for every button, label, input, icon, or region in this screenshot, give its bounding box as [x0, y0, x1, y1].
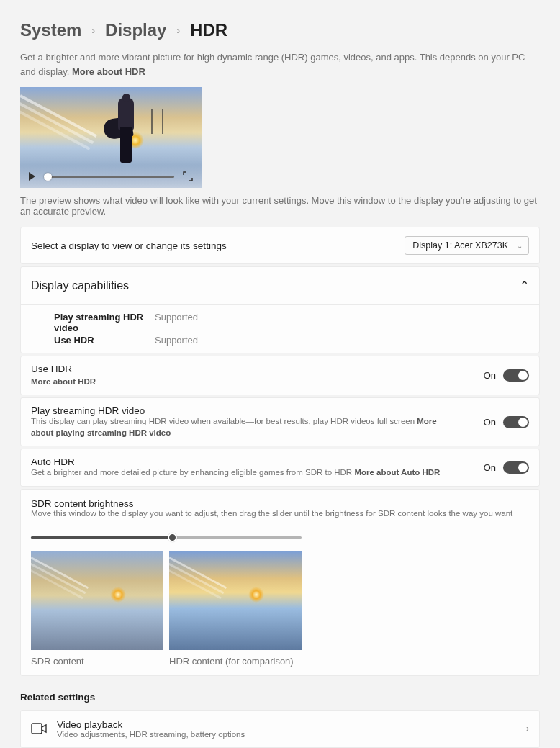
video-seek-slider[interactable] — [44, 176, 174, 178]
sdr-brightness-slider[interactable] — [31, 532, 302, 542]
fullscreen-icon[interactable] — [183, 171, 193, 181]
hdr-label: HDR content (for comparison) — [169, 656, 302, 667]
breadcrumb: System › Display › HDR — [20, 20, 540, 40]
display-capabilities-expander[interactable]: Display capabilities ⌃ — [21, 267, 539, 305]
breadcrumb-current: HDR — [190, 20, 227, 40]
auto-hdr-toggle[interactable] — [503, 461, 529, 474]
sdr-brightness-sub: Move this window to the display you want… — [31, 509, 529, 518]
use-hdr-row: Use HDR More about HDR On — [21, 356, 539, 395]
sdr-hdr-comparison: SDR content HDR content (for comparison) — [21, 551, 539, 675]
select-display-label: Select a display to view or change its s… — [31, 240, 227, 251]
chevron-right-icon: › — [526, 724, 529, 734]
use-hdr-state: On — [484, 370, 496, 381]
sdr-brightness-title: SDR content brightness — [31, 498, 529, 509]
chevron-right-icon: › — [176, 24, 180, 36]
page-description: Get a brighter and more vibrant picture … — [20, 50, 540, 78]
auto-hdr-title: Auto HDR — [31, 456, 440, 467]
video-icon — [31, 722, 47, 735]
video-playback-link[interactable]: Video playback Video adjustments, HDR st… — [20, 710, 540, 748]
sdr-label: SDR content — [31, 656, 163, 667]
chevron-up-icon: ⌃ — [520, 279, 529, 292]
related-settings-header: Related settings — [20, 692, 540, 703]
use-hdr-title: Use HDR — [31, 364, 96, 374]
chevron-right-icon: › — [91, 24, 95, 36]
select-display-row: Select a display to view or change its s… — [21, 227, 539, 263]
auto-hdr-row: Auto HDR Get a brighter and more detaile… — [21, 449, 539, 486]
hdr-preview-image — [169, 551, 302, 650]
chevron-down-icon: ⌄ — [517, 242, 523, 250]
auto-hdr-state: On — [484, 462, 496, 473]
breadcrumb-display[interactable]: Display — [105, 20, 166, 40]
cap-stream-value: Supported — [155, 312, 529, 333]
cap-stream-label: Play streaming HDR video — [54, 312, 155, 333]
cap-usehdr-label: Use HDR — [54, 335, 155, 346]
video-preview[interactable] — [20, 87, 202, 188]
video-playback-sub: Video adjustments, HDR streaming, batter… — [57, 730, 245, 739]
more-about-hdr-link[interactable]: More about HDR — [72, 66, 145, 77]
sdr-preview-image — [31, 551, 163, 650]
svg-rect-0 — [32, 724, 42, 734]
stream-hdr-row: Play streaming HDR video This display ca… — [21, 398, 539, 446]
display-dropdown[interactable]: Display 1: Acer XB273K ⌄ — [405, 236, 529, 255]
preview-note: The preview shows what video will look l… — [20, 195, 540, 217]
stream-hdr-toggle[interactable] — [503, 416, 529, 428]
use-hdr-link[interactable]: More about HDR — [31, 377, 96, 386]
stream-hdr-title: Play streaming HDR video — [31, 405, 448, 416]
cap-usehdr-value: Supported — [155, 335, 529, 346]
video-controls — [20, 165, 202, 188]
use-hdr-toggle[interactable] — [503, 369, 529, 382]
video-playback-title: Video playback — [57, 719, 245, 730]
capabilities-body: Play streaming HDR video Supported Use H… — [21, 305, 539, 353]
auto-hdr-link[interactable]: More about Auto HDR — [354, 468, 440, 477]
play-icon[interactable] — [29, 172, 35, 181]
breadcrumb-system[interactable]: System — [20, 20, 81, 40]
stream-hdr-state: On — [484, 417, 496, 428]
